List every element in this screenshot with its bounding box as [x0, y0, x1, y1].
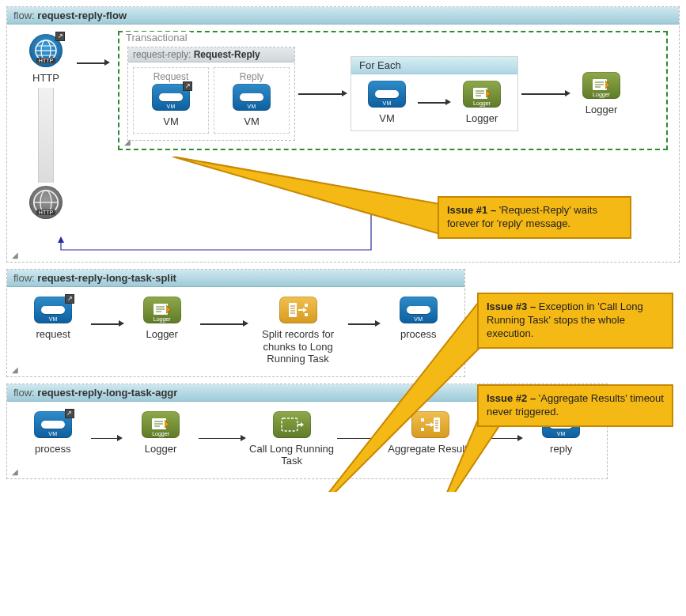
http-tag: HTTP — [36, 58, 55, 63]
request-reply-scope[interactable]: request-reply: Request-Reply Request VM … — [127, 47, 295, 141]
aggregate-node[interactable]: Aggregate Results — [388, 411, 472, 455]
http-out-icon[interactable]: HTTP — [29, 186, 63, 219]
node-label: process — [400, 328, 437, 341]
vm-icon: VM — [368, 81, 406, 108]
foreach-vm-node[interactable]: VM VM — [359, 81, 415, 125]
flow-name: request-reply-flow — [37, 9, 127, 21]
logger-icon: Logger — [142, 411, 180, 438]
transactional-scope[interactable]: Transactional request-reply: Request-Rep… — [118, 31, 668, 150]
logger-node[interactable]: Logger Logger — [126, 411, 195, 455]
expand-icon[interactable]: ◢ — [12, 467, 18, 476]
node-label: Aggregate Results — [388, 443, 472, 455]
request-vm-node[interactable]: VM request — [18, 297, 88, 341]
node-label: Call Long Running Task — [249, 443, 334, 467]
vm-label: VM — [163, 115, 179, 128]
vm-icon: VM — [34, 411, 72, 438]
issue-2-callout: Issue #2 – 'Aggregate Results' timeout n… — [477, 384, 673, 427]
http-tag: HTTP — [36, 210, 55, 215]
vm-label: VM — [379, 112, 395, 125]
expand-icon[interactable]: ◢ — [124, 138, 131, 146]
logger-tag: Logger — [153, 316, 171, 322]
issue-prefix: Issue #1 – — [447, 204, 499, 216]
arrow-icon — [415, 86, 454, 118]
vm-tag: VM — [166, 104, 175, 109]
process-vm-node[interactable]: VM process — [18, 411, 88, 455]
flow-prefix: flow: — [13, 272, 37, 284]
svg-rect-32 — [421, 418, 424, 421]
vm-tag: VM — [414, 316, 423, 322]
request-column: Request VM VM — [133, 67, 209, 134]
arrow-icon — [74, 47, 113, 78]
http-endpoint-stack: HTTP HTTP HTTP — [18, 34, 74, 219]
logger-tag: Logger — [593, 92, 610, 97]
flow-prefix: flow: — [13, 387, 37, 399]
svg-rect-20 — [289, 303, 297, 317]
logger-icon: Logger — [143, 297, 181, 323]
process-vm-node[interactable]: VM process — [384, 297, 453, 341]
arrow-icon — [195, 422, 249, 454]
vm-icon: VM — [34, 297, 72, 323]
svg-rect-25 — [305, 304, 308, 307]
call-long-task-node[interactable]: Call Long Running Task — [249, 411, 334, 467]
arrow-icon — [295, 77, 351, 109]
vm-icon[interactable]: VM — [233, 84, 271, 111]
foreach-scope[interactable]: For Each VM VM — [351, 56, 518, 132]
arrow-icon — [472, 422, 526, 454]
node-label: Split records for chunks to Long Running… — [255, 328, 342, 365]
vm-tag: VM — [247, 104, 256, 109]
issue-prefix: Issue #2 – — [487, 392, 539, 404]
vm-tag: VM — [382, 100, 391, 106]
http-in-icon[interactable]: HTTP — [29, 34, 63, 67]
node-label: Logger — [145, 443, 176, 455]
transactional-title: Transactional — [123, 32, 191, 43]
arrow-icon — [88, 422, 127, 454]
logger-label: Logger — [586, 104, 617, 116]
flow-long-task-split: flow: request-reply-long-task-split VM r… — [6, 269, 465, 377]
svg-rect-33 — [421, 428, 424, 431]
issue-3-callout: Issue #3 – Exception in 'Call Long Runni… — [477, 293, 673, 349]
arrow-icon — [334, 422, 388, 454]
arrow-icon — [345, 308, 384, 339]
node-label: Logger — [146, 328, 177, 341]
svg-rect-26 — [305, 313, 308, 316]
vm-icon[interactable]: VM — [152, 84, 190, 111]
svg-rect-34 — [434, 418, 440, 432]
splitter-icon — [279, 297, 317, 323]
logger-label: Logger — [466, 112, 498, 125]
reply-column: Reply VM VM — [214, 67, 290, 134]
aggregator-icon — [411, 411, 449, 438]
inbound-badge-icon — [55, 32, 65, 41]
expand-icon[interactable]: ◢ — [12, 251, 18, 259]
arrow-icon — [88, 308, 127, 339]
inbound-badge-icon — [65, 294, 74, 304]
vm-tag: VM — [557, 431, 566, 436]
request-reply-header: request-reply: Request-Reply — [128, 47, 294, 62]
outbound-badge-icon — [183, 81, 192, 91]
vm-tag: VM — [49, 316, 58, 322]
issue-1-callout: Issue #1 – 'Request-Reply' waits forever… — [438, 196, 631, 239]
logger-icon: Logger — [582, 72, 620, 99]
arrow-icon — [197, 308, 252, 339]
rr-prefix: request-reply: — [133, 49, 194, 60]
svg-rect-31 — [282, 418, 298, 431]
flow-ref-icon — [273, 411, 311, 438]
http-label: HTTP — [32, 72, 59, 85]
splitter-node[interactable]: Split records for chunks to Long Running… — [252, 297, 345, 365]
vm-label: VM — [244, 115, 260, 128]
flow-name: request-reply-long-task-aggr — [37, 387, 177, 399]
outer-logger-node[interactable]: Logger Logger — [574, 72, 629, 116]
node-label: process — [35, 443, 71, 455]
flow-name: request-reply-long-task-split — [37, 272, 176, 284]
foreach-logger-node[interactable]: Logger Logger — [454, 81, 510, 125]
logger-node[interactable]: Logger Logger — [127, 297, 197, 341]
logger-icon: Logger — [463, 81, 501, 108]
expand-icon[interactable]: ◢ — [12, 365, 18, 374]
flow-prefix: flow: — [13, 9, 37, 21]
reply-sublabel: Reply — [240, 71, 264, 82]
flow-header: flow: request-reply-flow — [7, 7, 679, 25]
flow-header: flow: request-reply-long-task-split — [7, 270, 464, 287]
vm-tag: VM — [48, 431, 57, 436]
logger-tag: Logger — [473, 100, 491, 106]
issue-prefix: Issue #3 – — [487, 300, 539, 312]
http-connector-vertical — [38, 88, 54, 183]
